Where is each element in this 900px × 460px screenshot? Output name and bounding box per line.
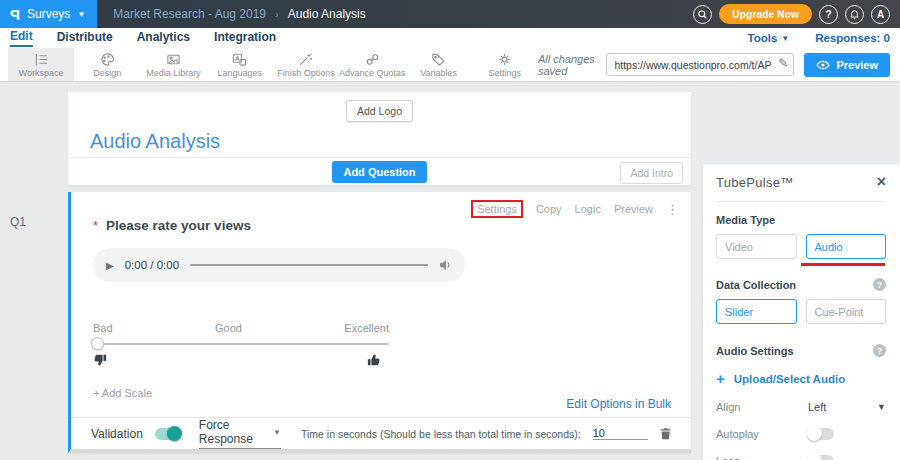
- toolbar-item-workspace[interactable]: Workspace: [8, 48, 74, 81]
- close-icon[interactable]: ×: [877, 174, 886, 190]
- player-progress-bar[interactable]: [190, 264, 428, 266]
- rating-slider-handle[interactable]: [91, 337, 104, 350]
- product-switcher[interactable]: P Surveys ▼: [0, 0, 97, 28]
- align-value[interactable]: Left: [808, 401, 826, 413]
- tab-distribute[interactable]: Distribute: [57, 30, 113, 46]
- data-collection-label-row: Data Collection ?: [716, 278, 886, 291]
- time-limit-input[interactable]: [593, 427, 648, 440]
- share-url-input[interactable]: [606, 53, 794, 76]
- toolbar-item-languages[interactable]: Languages: [207, 48, 273, 81]
- volume-icon[interactable]: [439, 259, 452, 271]
- time-limit-label: Time in seconds (Should be less than tot…: [301, 428, 581, 440]
- chain-links-icon: [364, 52, 381, 67]
- thumbs-down-icon: [93, 353, 107, 367]
- tab-edit[interactable]: Edit: [10, 29, 33, 47]
- add-question-button[interactable]: Add Question: [332, 161, 426, 183]
- divider: [716, 201, 886, 202]
- panel-title: TubePulse™: [716, 175, 794, 190]
- question-preview-button[interactable]: Preview: [614, 203, 653, 215]
- add-logo-button[interactable]: Add Logo: [346, 100, 413, 122]
- toolbar-item-design[interactable]: Design: [74, 48, 140, 81]
- autoplay-row: Autoplay: [716, 428, 886, 440]
- thumbs-up-icon: [367, 353, 381, 367]
- toggle-knob: [807, 453, 822, 460]
- scale-label-good: Good: [215, 322, 242, 334]
- media-type-label: Media Type: [716, 214, 775, 226]
- breadcrumb: Market Research - Aug 2019 › Audio Analy…: [113, 7, 365, 21]
- autoplay-toggle[interactable]: [808, 428, 834, 440]
- upload-select-audio-link[interactable]: + Upload/Select Audio: [716, 371, 886, 386]
- question-settings-button[interactable]: Settings: [471, 200, 523, 218]
- eye-icon: [816, 60, 830, 70]
- tubepulse-panel: TubePulse™ × Media Type Video Audio Data…: [703, 164, 900, 460]
- survey-canvas: Add Logo Audio Analysis Add Question Add…: [68, 92, 691, 453]
- scale-labels: Bad Good Excellent: [93, 322, 389, 334]
- tools-menu[interactable]: Tools ▼: [747, 32, 789, 44]
- chevron-down-icon: ▼: [77, 10, 85, 19]
- save-status: All changes saved: [538, 53, 596, 77]
- question-logic-button[interactable]: Logic: [575, 203, 601, 215]
- edit-toolbar: Workspace Design Media Library Languages…: [0, 48, 900, 82]
- toggle-knob: [167, 426, 182, 441]
- breadcrumb-parent[interactable]: Market Research - Aug 2019: [113, 7, 266, 21]
- preview-button-label: Preview: [836, 59, 878, 71]
- kebab-menu-icon[interactable]: ⋮: [666, 202, 679, 217]
- question-copy-button[interactable]: Copy: [536, 203, 562, 215]
- panel-header: TubePulse™ ×: [716, 174, 886, 190]
- chevron-down-icon[interactable]: ▼: [877, 402, 886, 412]
- breadcrumb-separator-icon: ›: [275, 8, 279, 20]
- preview-button[interactable]: Preview: [804, 53, 890, 77]
- play-icon[interactable]: ▶: [106, 260, 114, 271]
- tab-analytics[interactable]: Analytics: [137, 30, 190, 46]
- bell-icon: [849, 9, 860, 20]
- data-collection-slider-button[interactable]: Slider: [716, 299, 797, 324]
- chevron-down-icon: ▼: [781, 34, 789, 43]
- help-icon[interactable]: ?: [873, 344, 886, 357]
- upload-select-audio-label: Upload/Select Audio: [734, 373, 845, 385]
- toolbar-item-advance-quotas[interactable]: Advance Quotas: [339, 48, 406, 81]
- notifications-button[interactable]: [845, 5, 864, 24]
- validation-mode-dropdown[interactable]: Force Response ▼: [199, 418, 281, 449]
- loop-toggle[interactable]: [808, 455, 834, 460]
- toolbar-item-variables[interactable]: Variables: [406, 48, 472, 81]
- toolbar-item-media-library[interactable]: Media Library: [140, 48, 206, 81]
- trash-icon[interactable]: [660, 426, 671, 441]
- media-type-audio-button[interactable]: Audio: [806, 234, 887, 259]
- add-scale-button[interactable]: + Add Scale: [93, 387, 152, 399]
- rating-slider-track[interactable]: [93, 343, 389, 345]
- data-collection-label: Data Collection: [716, 279, 796, 291]
- palette-icon: [99, 52, 116, 67]
- menubar-right: Tools ▼ Responses: 0: [747, 32, 890, 44]
- upgrade-now-button[interactable]: Upgrade Now: [719, 4, 812, 24]
- question-number-label: Q1: [10, 215, 26, 229]
- scale-label-bad: Bad: [93, 322, 113, 334]
- loop-label: Loop: [716, 455, 808, 460]
- question-text[interactable]: Please rate your views: [106, 218, 251, 233]
- image-icon: [165, 52, 182, 67]
- required-marker: *: [93, 218, 98, 233]
- toolbar-item-settings[interactable]: Settings: [472, 48, 538, 81]
- player-time: 0:00 / 0:00: [125, 259, 179, 271]
- menu-bar: Edit Distribute Analytics Integration To…: [0, 28, 900, 48]
- toolbar-item-finish-options[interactable]: Finish Options: [273, 48, 339, 81]
- account-avatar[interactable]: A: [871, 5, 890, 24]
- validation-toggle[interactable]: [155, 428, 181, 440]
- add-intro-button[interactable]: Add Intro: [620, 162, 683, 184]
- help-icon[interactable]: ?: [873, 278, 886, 291]
- question-card: Settings Copy Logic Preview ⋮ * Please r…: [68, 192, 691, 453]
- media-type-options: Video Audio: [716, 234, 886, 259]
- question-actions: Settings Copy Logic Preview ⋮: [471, 200, 679, 218]
- edit-options-in-bulk-link[interactable]: Edit Options in Bulk: [566, 397, 671, 411]
- media-type-video-button[interactable]: Video: [716, 234, 797, 259]
- chevron-down-icon: ▼: [273, 428, 281, 437]
- data-collection-cuepoint-button[interactable]: Cue-Point: [806, 299, 887, 324]
- responses-count[interactable]: Responses: 0: [815, 32, 890, 44]
- annotation-underline: [801, 263, 885, 266]
- survey-title[interactable]: Audio Analysis: [90, 130, 220, 153]
- pencil-icon[interactable]: ✎: [778, 56, 788, 70]
- tab-integration[interactable]: Integration: [214, 30, 276, 46]
- validation-mode-value: Force Response: [199, 418, 267, 446]
- help-button[interactable]: ?: [819, 5, 838, 24]
- search-button[interactable]: [693, 5, 712, 24]
- toggle-knob: [807, 426, 822, 441]
